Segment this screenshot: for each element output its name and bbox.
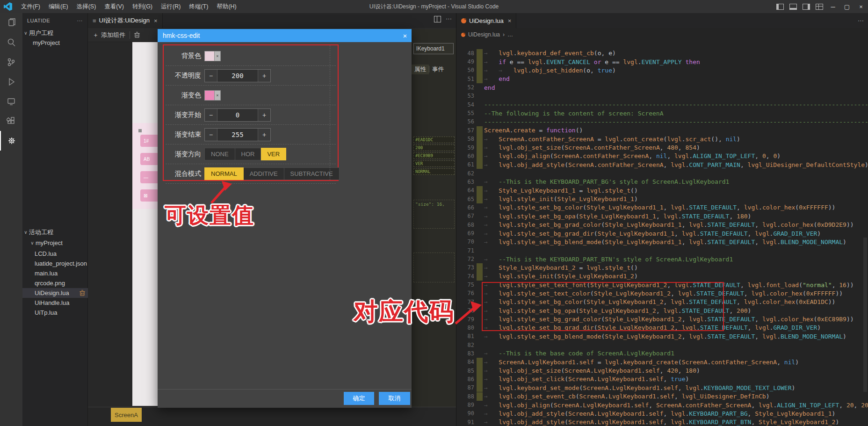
- section-user-project[interactable]: ∨ 用户工程: [22, 28, 87, 38]
- toggle-secondary-sidebar-icon[interactable]: [803, 4, 810, 10]
- section-active-project[interactable]: ∨ 活动工程: [22, 227, 88, 237]
- code-area[interactable]: 48→ lvgl.keyboard_def_event_cb(o, e)49→ …: [456, 36, 868, 426]
- split-editor-icon[interactable]: [434, 16, 441, 22]
- code-line[interactable]: 54--------------------------------------…: [456, 101, 868, 109]
- code-line[interactable]: 52end: [456, 83, 868, 92]
- toggle-panel-icon[interactable]: [789, 4, 797, 10]
- maximize-button[interactable]: ▢: [840, 0, 854, 13]
- menu-item[interactable]: 文件(F): [17, 0, 44, 13]
- more-actions-icon[interactable]: ···: [858, 17, 864, 24]
- decrement-button[interactable]: −: [205, 129, 217, 141]
- menu-item[interactable]: 帮助(H): [212, 0, 240, 13]
- code-line[interactable]: 83→ --This is the base code of ScreenA.L…: [456, 349, 868, 358]
- option-hor[interactable]: HOR: [235, 148, 261, 160]
- code-line[interactable]: 85→ lvgl.obj_set_size(ScreenA.LvglKeyboa…: [456, 366, 868, 375]
- code-line[interactable]: 69→ lvgl.style_set_bg_grad_dir(Style_Lvg…: [456, 229, 868, 238]
- stepper-value[interactable]: 255: [217, 129, 258, 141]
- menu-item[interactable]: 终端(T): [185, 0, 212, 13]
- clear-color-icon[interactable]: ×: [215, 51, 221, 61]
- code-line[interactable]: 62: [456, 169, 868, 177]
- keyboard-key[interactable]: ⊠: [140, 189, 158, 202]
- code-line[interactable]: 88→ lvgl.obj_set_event_cb(ScreenA.LvglKe…: [456, 392, 868, 401]
- code-line[interactable]: 60→ lvgl.obj_align(ScreenA.contFather_Sc…: [456, 152, 868, 160]
- file-item[interactable]: qrcode.png: [22, 278, 88, 288]
- remote-explorer-icon[interactable]: [0, 92, 22, 111]
- code-line[interactable]: 66→ lvgl.style_set_bg_color(Style_LvglKe…: [456, 203, 868, 212]
- keyboard-key[interactable]: —: [140, 171, 158, 183]
- resize-handle[interactable]: [138, 129, 142, 132]
- menu-item[interactable]: 选择(S): [72, 0, 101, 13]
- minimize-button[interactable]: ─: [826, 0, 840, 13]
- file-item[interactable]: luatide_project.json: [22, 259, 88, 268]
- code-line[interactable]: 70→ lvgl.style_set_bg_blend_mode(Style_L…: [456, 238, 868, 246]
- code-line[interactable]: 48→ lvgl.keyboard_def_event_cb(o, e): [456, 49, 868, 58]
- delete-file-icon[interactable]: [80, 290, 85, 296]
- code-line[interactable]: 90→ lvgl.obj_add_style(ScreenA.LvglKeybo…: [456, 409, 868, 418]
- code-line[interactable]: 59→ lvgl.obj_set_size(ScreenA.contFather…: [456, 143, 868, 152]
- increment-button[interactable]: +: [258, 70, 270, 82]
- code-line[interactable]: 64→ Style_LvglKeyboard1_1 = lvgl.style_t…: [456, 186, 868, 195]
- option-subtractive[interactable]: SUBTRACTIVE: [284, 167, 340, 180]
- menu-item[interactable]: 运行(R): [157, 0, 185, 13]
- close-tab-icon[interactable]: ×: [154, 17, 158, 24]
- file-item[interactable]: LCD.lua: [22, 249, 88, 259]
- stepper-value[interactable]: 0: [217, 109, 258, 121]
- add-component-button[interactable]: 添加组件: [101, 31, 125, 39]
- code-line[interactable]: 74→ lvgl.style_init(Style_LvglKeyboard1_…: [456, 272, 868, 281]
- option-additive[interactable]: ADDITIVE: [244, 167, 284, 180]
- delete-component-icon[interactable]: [134, 32, 140, 38]
- code-line[interactable]: 51→ end: [456, 75, 868, 83]
- tree-item-myproject[interactable]: myProject: [22, 38, 87, 48]
- luatide-icon[interactable]: [0, 131, 22, 151]
- cancel-button[interactable]: 取消: [379, 392, 410, 405]
- code-line[interactable]: 68→ lvgl.style_set_bg_grad_color(Style_L…: [456, 221, 868, 229]
- option-normal[interactable]: NORMAL: [204, 167, 244, 180]
- design-surface[interactable]: 1#AB—⊠: [132, 42, 158, 406]
- code-line[interactable]: 56--------------------------------------…: [456, 117, 868, 126]
- toggle-sidebar-icon[interactable]: [776, 4, 784, 10]
- tree-item-active-myproject[interactable]: ∨ myProject: [22, 238, 88, 248]
- tab-ui-designer[interactable]: ≡ UI设计器:UiDesign ×: [88, 13, 163, 28]
- code-line[interactable]: 73→ Style_LvglKeyboard1_2 = lvgl.style_t…: [456, 263, 868, 272]
- code-line[interactable]: 53: [456, 92, 868, 100]
- code-line[interactable]: 86→ lvgl.obj_set_click(ScreenA.LvglKeybo…: [456, 375, 868, 383]
- code-line[interactable]: 61→ lvgl.obj_add_style(ScreenA.contFathe…: [456, 160, 868, 169]
- code-line[interactable]: 81→ lvgl.style_set_bg_blend_mode(Style_L…: [456, 332, 868, 340]
- screen-tab-screena[interactable]: ScreenA: [111, 408, 142, 422]
- component-name-field[interactable]: lKeyboard1: [413, 43, 454, 54]
- increment-button[interactable]: +: [258, 109, 270, 121]
- keyboard-key[interactable]: AB: [140, 153, 158, 165]
- code-line[interactable]: 65→ lvgl.style_init(Style_LvglKeyboard1_…: [456, 195, 868, 203]
- menu-item[interactable]: 转到(G): [128, 0, 157, 13]
- tab-uidesign-lua[interactable]: UiDesign.lua ×: [456, 13, 516, 28]
- clear-color-icon[interactable]: ×: [215, 90, 221, 101]
- code-line[interactable]: 71: [456, 246, 868, 255]
- file-item[interactable]: UiTp.lua: [22, 308, 88, 318]
- more-actions-icon[interactable]: ···: [446, 16, 452, 22]
- keyboard-key[interactable]: 1#: [140, 135, 158, 147]
- menu-item[interactable]: 查看(V): [100, 0, 128, 13]
- code-line[interactable]: 84→ ScreenA.LvglKeyboard1.self = lvgl.ke…: [456, 358, 868, 366]
- code-line[interactable]: 82: [456, 340, 868, 349]
- source-control-icon[interactable]: [0, 52, 22, 72]
- code-line[interactable]: 67→ lvgl.style_set_bg_opa(Style_LvglKeyb…: [456, 212, 868, 220]
- code-line[interactable]: 58→ ScreenA.contFather_ScreenA = lvgl.co…: [456, 135, 868, 143]
- tab-properties[interactable]: 属性: [412, 65, 429, 74]
- dialog-close-icon[interactable]: ×: [400, 30, 410, 41]
- search-icon[interactable]: [0, 33, 22, 52]
- color-swatch[interactable]: [204, 90, 215, 101]
- code-line[interactable]: 55--The following is the content of scre…: [456, 109, 868, 117]
- editor-scrollbar[interactable]: [863, 238, 867, 392]
- menu-item[interactable]: 编辑(E): [44, 0, 72, 13]
- keyboard-widget-preview[interactable]: 1#AB—⊠: [132, 123, 158, 209]
- code-line[interactable]: 50→ → lvgl.obj_set_hidden(o, true): [456, 66, 868, 74]
- run-debug-icon[interactable]: [0, 72, 22, 92]
- file-item[interactable]: UiDesign.lua: [22, 288, 88, 298]
- extensions-icon[interactable]: [0, 111, 22, 131]
- code-line[interactable]: 63→ --This is the KEYBOARD_PART_BG's sty…: [456, 178, 868, 186]
- code-line[interactable]: 87→ lvgl.keyboard_set_mode(ScreenA.LvglK…: [456, 383, 868, 392]
- code-line[interactable]: 89→ lvgl.obj_align(ScreenA.LvglKeyboard1…: [456, 401, 868, 409]
- code-line[interactable]: 91→ lvgl.obj_add_style(ScreenA.LvglKeybo…: [456, 418, 868, 426]
- decrement-button[interactable]: −: [205, 70, 217, 82]
- option-ver[interactable]: VER: [261, 148, 286, 160]
